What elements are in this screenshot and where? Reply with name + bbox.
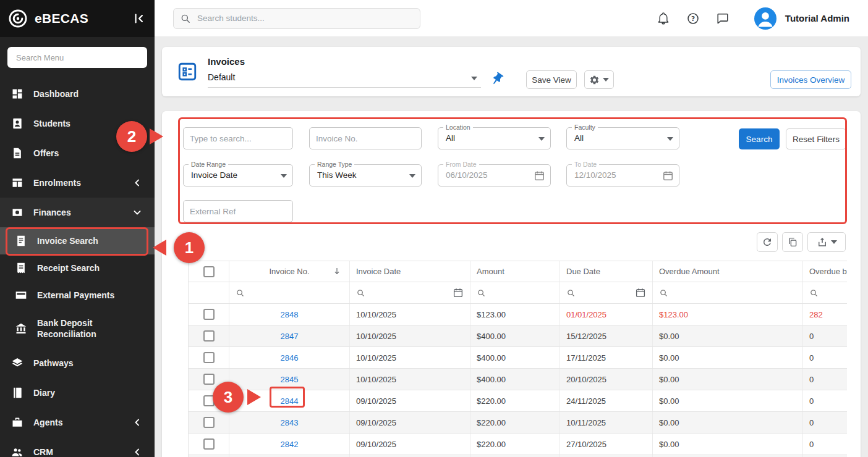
- sidebar-item-label: Agents: [33, 417, 121, 428]
- row-checkbox[interactable]: [203, 309, 215, 320]
- due-date-cell: 17/11/2025: [560, 347, 653, 368]
- search-icon: [477, 288, 486, 298]
- select-all-checkbox[interactable]: [203, 266, 215, 277]
- offers-icon: [11, 147, 23, 159]
- table-row-2842: 284209/10/2025$220.0027/10/2025$0.000: [189, 434, 847, 455]
- chat-icon[interactable]: [716, 12, 730, 25]
- export-dropdown-button[interactable]: [807, 232, 846, 252]
- invoice-link[interactable]: 2848: [281, 310, 299, 319]
- sidebar-item-enrolments[interactable]: Enrolments: [0, 168, 155, 198]
- column-header-invoice-date[interactable]: Invoice Date: [350, 261, 470, 282]
- row-checkbox-cell: [189, 412, 229, 433]
- export-icon: [817, 237, 828, 248]
- notifications-bell-icon[interactable]: [657, 12, 670, 25]
- column-label: Overdue Amount: [659, 267, 720, 276]
- copy-button[interactable]: [782, 232, 803, 252]
- search-icon: [566, 288, 576, 298]
- help-icon[interactable]: ?: [686, 12, 700, 25]
- filter-overdue-amount[interactable]: [653, 282, 803, 303]
- menu-search-input[interactable]: [7, 47, 147, 68]
- calendar-icon[interactable]: [453, 287, 464, 298]
- sidebar-item-diary[interactable]: Diary: [0, 378, 155, 408]
- sidebar-item-bank-deposit-reconciliation[interactable]: Bank Deposit Reconciliation: [0, 309, 155, 348]
- invoice-date-cell: 10/10/2025: [350, 369, 470, 390]
- column-header-overdue-by[interactable]: Overdue b: [803, 261, 847, 282]
- receipt-search-icon: [15, 262, 27, 274]
- view-header-card: Invoices Default Save View Invoices Over…: [162, 47, 861, 96]
- amount-cell: $400.00: [470, 325, 560, 346]
- sidebar-item-pathways[interactable]: Pathways: [0, 348, 155, 378]
- refresh-button[interactable]: [757, 232, 778, 252]
- row-checkbox[interactable]: [203, 330, 215, 342]
- page-title: Invoices: [208, 56, 245, 67]
- invoice-no-cell: 2847: [229, 325, 350, 346]
- enrolments-icon: [11, 177, 23, 189]
- annotation-arrow-step-2: [150, 128, 163, 145]
- row-checkbox[interactable]: [203, 417, 215, 428]
- diary-icon: [11, 387, 23, 399]
- sort-descending-icon[interactable]: [332, 266, 342, 276]
- sidebar-item-crm[interactable]: CRM: [0, 437, 155, 457]
- row-checkbox[interactable]: [203, 438, 215, 450]
- select-all-cell: [189, 261, 229, 282]
- annotation-step-3: 3: [213, 382, 244, 413]
- search-icon: [809, 288, 819, 298]
- row-checkbox-cell: [189, 434, 229, 455]
- sidebar-item-agents[interactable]: Agents: [0, 408, 155, 437]
- row-checkbox[interactable]: [203, 374, 215, 385]
- row-checkbox-cell: [189, 304, 229, 325]
- invoice-link[interactable]: 2846: [281, 353, 299, 363]
- user-name[interactable]: Tutorial Admin: [785, 13, 849, 23]
- invoice-date-cell: 09/10/2025: [350, 390, 470, 411]
- filter-invoice-no[interactable]: [229, 282, 350, 303]
- column-header-overdue-amount[interactable]: Overdue Amount: [653, 261, 803, 282]
- search-icon: [659, 288, 668, 298]
- filter-invoice-date[interactable]: [350, 282, 470, 303]
- amount-cell: $220.00: [470, 390, 560, 411]
- filter-due-date[interactable]: [560, 282, 653, 303]
- due-date-cell: 10/11/2025: [560, 412, 653, 433]
- save-view-button[interactable]: Save View: [526, 70, 577, 89]
- invoice-link[interactable]: 2843: [281, 418, 299, 427]
- view-selector[interactable]: Default: [208, 70, 481, 88]
- pin-icon[interactable]: [487, 69, 507, 89]
- row-checkbox[interactable]: [203, 352, 215, 363]
- settings-dropdown-button[interactable]: [584, 70, 614, 89]
- column-header-amount[interactable]: Amount: [470, 261, 560, 282]
- sidebar-item-dashboard[interactable]: Dashboard: [0, 79, 155, 109]
- column-label: Amount: [477, 267, 504, 276]
- overdue-by-cell: 0: [803, 347, 847, 368]
- annotation-box-filters: [178, 117, 847, 224]
- table-header-row: Invoice No. Invoice Date Amount Due Date…: [189, 261, 847, 282]
- avatar[interactable]: [754, 7, 777, 30]
- filter-amount[interactable]: [470, 282, 560, 303]
- annotation-step-1: 1: [174, 232, 205, 263]
- svg-text:?: ?: [691, 14, 695, 22]
- calendar-icon[interactable]: [635, 287, 646, 298]
- search-students-input[interactable]: [173, 8, 420, 29]
- column-header-due-date[interactable]: Due Date: [560, 261, 653, 282]
- overdue-amount-cell: $123.00: [653, 304, 803, 325]
- overdue-by-cell: 0: [803, 369, 847, 390]
- invoice-link[interactable]: 2842: [281, 440, 299, 449]
- external-payments-icon: [15, 289, 27, 301]
- students-icon: [11, 117, 23, 130]
- due-date-cell: 24/11/2025: [560, 390, 653, 411]
- invoice-no-cell: 2842: [229, 434, 350, 455]
- sidebar-item-receipt-search[interactable]: Receipt Search: [0, 254, 155, 282]
- due-date-cell: 20/10/2025: [560, 369, 653, 390]
- sidebar-item-external-payments[interactable]: External Payments: [0, 282, 155, 309]
- overdue-by-cell: 282: [803, 304, 847, 325]
- column-header-invoice-no[interactable]: Invoice No.: [229, 261, 350, 282]
- sidebar-item-finances[interactable]: Finances: [0, 198, 155, 227]
- invoices-overview-button[interactable]: Invoices Overview: [770, 70, 851, 89]
- invoice-date-cell: 10/10/2025: [350, 325, 470, 346]
- invoice-link[interactable]: 2845: [281, 375, 299, 384]
- collapse-sidebar-icon[interactable]: [131, 10, 147, 27]
- sidebar-item-label: Finances: [33, 207, 121, 218]
- invoice-link[interactable]: 2847: [281, 332, 299, 341]
- agents-icon: [11, 416, 23, 429]
- filter-overdue-by[interactable]: [803, 282, 847, 303]
- sidebar-item-label: Receipt Search: [37, 262, 143, 274]
- column-label: Due Date: [566, 267, 600, 276]
